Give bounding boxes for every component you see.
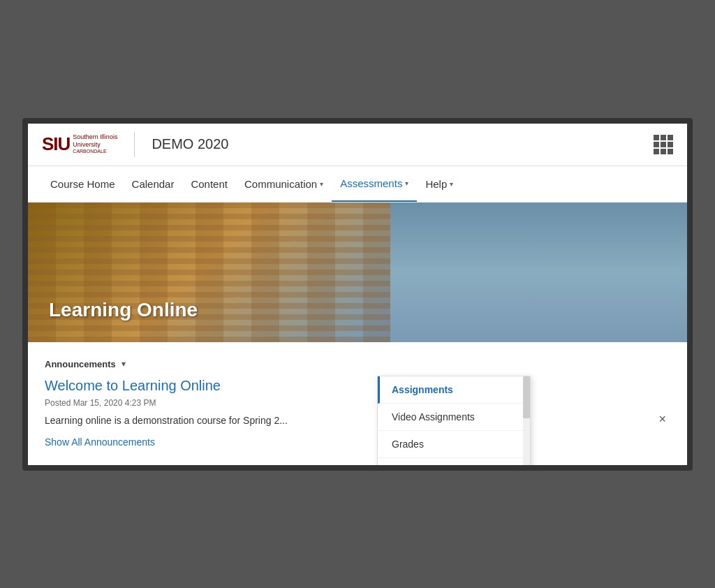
dropdown-item-quizzes[interactable]: Quizzes	[378, 458, 530, 471]
browser-frame: SIU Southern Illinois University CARBOND…	[22, 118, 693, 471]
siu-university-name: Southern Illinois University CARBONDALE	[73, 133, 117, 154]
nav-assessments[interactable]: Assessments ▾	[332, 166, 417, 202]
announcement-body: Learning online is a demonstration cours…	[45, 415, 670, 426]
logo-area: SIU Southern Illinois University CARBOND…	[42, 132, 228, 157]
announcements-header: Announcements ▾	[45, 359, 670, 369]
header-divider	[134, 132, 135, 157]
hero-title: Learning Online	[49, 299, 198, 321]
announcement-title[interactable]: Welcome to Learning Online	[45, 378, 670, 394]
announcement-date: Posted Mar 15, 2020 4:23 PM	[45, 398, 670, 408]
announcements-chevron[interactable]: ▾	[121, 359, 126, 369]
course-title: DEMO 2020	[152, 136, 228, 152]
hero-banner: Learning Online	[28, 203, 687, 342]
siu-name-line2: University	[73, 141, 117, 149]
dropdown-scrollbar-thumb	[523, 376, 530, 418]
navbar: Course Home Calendar Content Communicati…	[28, 166, 687, 203]
site-header: SIU Southern Illinois University CARBOND…	[28, 124, 687, 166]
nav-content[interactable]: Content	[182, 167, 236, 201]
dropdown-item-video-assignments[interactable]: Video Assignments	[378, 404, 530, 431]
communication-chevron: ▾	[320, 180, 323, 188]
hero-building-left	[28, 203, 423, 342]
dropdown-item-assignments[interactable]: Assignments	[378, 376, 530, 404]
siu-name-line1: Southern Illinois	[73, 133, 117, 141]
siu-letters: SIU	[42, 133, 70, 155]
nav-communication[interactable]: Communication ▾	[236, 167, 332, 201]
show-all-announcements-link[interactable]: Show All Announcements	[45, 436, 155, 448]
nav-course-home[interactable]: Course Home	[42, 167, 124, 201]
hero-overlay: Learning Online	[49, 299, 198, 321]
nav-calendar[interactable]: Calendar	[124, 167, 183, 201]
dropdown-scrollbar[interactable]	[523, 376, 530, 471]
close-button[interactable]: ×	[658, 412, 666, 427]
announcements-label: Announcements	[45, 359, 116, 369]
nav-help[interactable]: Help ▾	[417, 167, 462, 201]
assessments-dropdown: AssignmentsVideo AssignmentsGradesQuizze…	[377, 376, 531, 471]
help-chevron: ▾	[450, 180, 453, 188]
dropdown-item-grades[interactable]: Grades	[378, 431, 530, 458]
grid-menu-icon[interactable]	[654, 135, 673, 154]
siu-carbondale: CARBONDALE	[73, 149, 117, 154]
siu-logo: SIU Southern Illinois University CARBOND…	[42, 133, 117, 155]
main-content: × Announcements ▾ Welcome to Learning On…	[28, 342, 687, 465]
hero-building-right	[390, 203, 687, 342]
assessments-chevron: ▾	[405, 179, 408, 187]
